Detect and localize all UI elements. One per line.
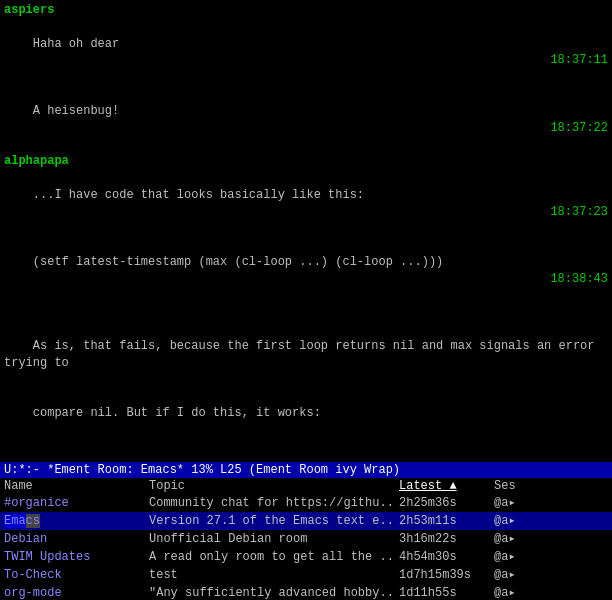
chat-line: As is, that fails, because the first loo… <box>4 321 608 388</box>
room-name-cell: To-Check <box>0 566 145 584</box>
col-header-topic: Topic <box>145 478 395 494</box>
room-latest: 3h16m22s <box>395 530 490 548</box>
list-item[interactable]: Debian Unofficial Debian room 3h16m22s @… <box>0 530 612 548</box>
rooms-panel: Name Topic Latest ▲ Ses #organice Commun… <box>0 478 612 600</box>
list-item[interactable]: TWIM Updates A read only room to get all… <box>0 548 612 566</box>
room-name: Emacs <box>4 514 40 528</box>
room-latest: 2h25m36s <box>395 494 490 512</box>
username: alphapapa <box>4 154 69 168</box>
chat-line: Haha oh dear 18:37:11 <box>4 19 608 86</box>
chat-line: ...I have code that looks basically like… <box>4 170 608 237</box>
message-text: compare nil. But if I do this, it works: <box>33 406 321 420</box>
username: aspiers <box>4 3 54 17</box>
modeline-top: U:*:- *Ement Room: Emacs* 13% L25 (Ement… <box>0 462 612 478</box>
message-text: Haha oh dear <box>33 37 119 51</box>
rooms-header: Name Topic Latest ▲ Ses <box>0 478 612 494</box>
chat-line <box>4 304 608 321</box>
room-topic: test <box>145 566 395 584</box>
chat-line: compare nil. But if I do this, it works: <box>4 388 608 438</box>
col-header-ses: Ses <box>490 478 540 494</box>
list-item[interactable]: Emacs Version 27.1 of the Emacs text e..… <box>0 512 612 530</box>
room-latest: 1d11h55s <box>395 584 490 600</box>
chat-block: aspiers <box>4 2 608 19</box>
col-header-latest: Latest ▲ <box>395 478 490 494</box>
list-item[interactable]: org-mode "Any sufficiently advanced hobb… <box>0 584 612 600</box>
room-ses: @a▸ <box>490 530 540 548</box>
room-name: org-mode <box>4 586 62 600</box>
message-text: (setf latest-timestamp (max (cl-loop ...… <box>33 255 443 269</box>
timestamp: 18:37:22 <box>550 120 608 137</box>
room-ses: @a▸ <box>490 566 540 584</box>
message-text: A heisenbug! <box>33 104 119 118</box>
chat-line: (setf latest-timestamp (max (cl-loop ...… <box>4 237 608 304</box>
chat-panel: aspiers Haha oh dear 18:37:11 A heisenbu… <box>0 0 612 462</box>
list-item[interactable]: #organice Community chat for https://git… <box>0 494 612 512</box>
room-topic: Community chat for https://githu... <box>145 494 395 512</box>
room-latest: 2h53m11s <box>395 512 490 530</box>
room-name: #organice <box>4 496 69 510</box>
room-name-cell: #organice <box>0 494 145 512</box>
chat-block: alphapapa <box>4 153 608 170</box>
chat-line: A heisenbug! 18:37:22 <box>4 86 608 153</box>
list-item[interactable]: To-Check test 1d7h15m39s @a▸ <box>0 566 612 584</box>
room-ses: @a▸ <box>490 584 540 600</box>
room-name-cell: Debian <box>0 530 145 548</box>
modeline-top-text: U:*:- *Ement Room: Emacs* 13% L25 (Ement… <box>4 463 400 477</box>
message-text: As is, that fails, because the first loo… <box>4 339 602 370</box>
room-latest: 4h54m30s <box>395 548 490 566</box>
room-name-cell: Emacs <box>0 512 145 530</box>
room-ses: @a▸ <box>490 548 540 566</box>
room-name-cell: org-mode <box>0 584 145 600</box>
room-name: To-Check <box>4 568 62 582</box>
room-latest: 1d7h15m39s <box>395 566 490 584</box>
room-ses: @a▸ <box>490 494 540 512</box>
message-text: ...I have code that looks basically like… <box>33 188 364 202</box>
room-topic: Version 27.1 of the Emacs text e... <box>145 512 395 530</box>
room-topic: "Any sufficiently advanced hobby... <box>145 584 395 600</box>
room-topic: A read only room to get all the ... <box>145 548 395 566</box>
room-name-cell: TWIM Updates <box>0 548 145 566</box>
room-name: Debian <box>4 532 47 546</box>
chat-line <box>4 439 608 456</box>
timestamp: 18:37:23 <box>550 204 608 221</box>
col-header-name: Name <box>0 478 145 494</box>
room-ses: @a▸ <box>490 512 540 530</box>
timestamp: 18:37:11 <box>550 52 608 69</box>
room-name: TWIM Updates <box>4 550 90 564</box>
timestamp: 18:38:43 <box>550 271 608 288</box>
room-topic: Unofficial Debian room <box>145 530 395 548</box>
